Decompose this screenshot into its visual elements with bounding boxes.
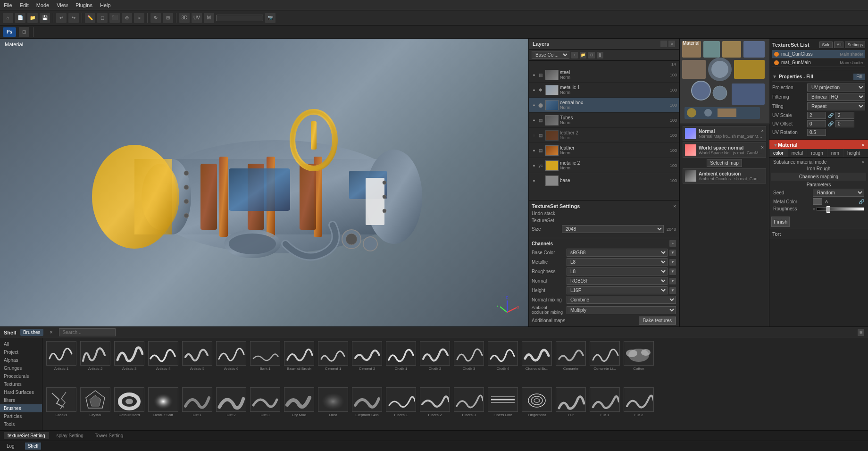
layer-vis-tubes[interactable]: ● — [531, 117, 537, 124]
toolbar-open-icon[interactable]: 📁 — [27, 13, 38, 23]
filtering-select[interactable]: Bilinear | HQ — [807, 93, 865, 101]
all-btn[interactable]: All — [834, 42, 843, 48]
brush-chalk1[interactable]: Chalk 1 — [385, 341, 417, 371]
channel-normalmixing-select[interactable]: Combine — [567, 296, 676, 304]
properties-fill-btn[interactable]: Fill — [853, 74, 865, 80]
brush-fur1[interactable]: Fur 1 — [589, 387, 621, 417]
toolbar-mat-icon[interactable]: M — [204, 13, 214, 23]
layers-delete-btn[interactable]: 🗑 — [597, 52, 603, 58]
layers-minimize-btn[interactable]: _ — [660, 41, 667, 47]
toolbar-erase-icon[interactable]: ◻ — [97, 13, 108, 23]
shelf-sidebar-tools[interactable]: Tools — [0, 420, 42, 428]
brush-fur[interactable]: Fur — [555, 387, 587, 417]
brush-dirt3[interactable]: Dirt 3 — [249, 387, 281, 417]
shelf-sidebar-hardsurfaces[interactable]: Hard Surfaces — [0, 388, 42, 396]
map-close-normal[interactable]: × — [761, 128, 764, 134]
brush-chalk3[interactable]: Chalk 3 — [453, 341, 485, 371]
shelf-sidebar-procedurals[interactable]: Procedurals — [0, 372, 42, 380]
map-item-ao[interactable]: Ambient occlusion Ambient Occulus...sh m… — [683, 168, 766, 184]
channel-metallic-more-btn[interactable]: ▼ — [669, 259, 676, 266]
map-item-worldnormal[interactable]: World space normal World Space No...js m… — [683, 142, 766, 158]
shelf-search-input[interactable] — [59, 328, 116, 336]
secondary-tool-icon[interactable]: ⊡ — [19, 27, 29, 37]
brush-cement2[interactable]: Cement 2 — [351, 341, 383, 371]
channel-height-select[interactable]: L16F — [567, 286, 668, 294]
layer-item-tubes[interactable]: ● ▤ Tubes Norm 100 — [529, 113, 679, 128]
viewport-main[interactable]: Material — [0, 39, 528, 326]
menu-item-help[interactable]: Help — [100, 2, 111, 8]
ts-item-gunglass[interactable]: mat_GunGlass Main shader — [772, 50, 865, 58]
channel-normal-select[interactable]: RGB16F — [567, 277, 668, 285]
mat-tab-nrm[interactable]: nrm — [827, 149, 843, 157]
layer-item-leather[interactable]: ● ▤ leather Norm 100 — [529, 143, 679, 158]
channel-metallic-select[interactable]: L8 — [567, 258, 668, 266]
textureset-close-btn[interactable]: × — [673, 204, 676, 209]
uvscale-y-input[interactable] — [835, 112, 854, 119]
channel-roughness-select[interactable]: L8 — [567, 267, 668, 276]
layer-vis-leather[interactable]: ● — [531, 147, 537, 154]
mini-viewport[interactable]: Material — [680, 39, 769, 124]
metalcolor-swatch[interactable] — [813, 198, 822, 205]
toolbar-clone-icon[interactable]: ⊕ — [122, 13, 132, 23]
toolbar-3d-icon[interactable]: 3D — [179, 13, 190, 23]
brush-defaulthard[interactable]: Default Hard — [113, 387, 145, 417]
brush-fibers3[interactable]: Fibers 3 — [453, 387, 485, 417]
menu-item-mode[interactable]: Mode — [36, 2, 50, 8]
layer-vis-base[interactable]: ● — [531, 177, 537, 184]
layer-vis-metallic1[interactable]: ● — [531, 87, 537, 93]
toolbar-paint-icon[interactable]: ✏️ — [85, 13, 95, 23]
toolbar-scale-icon[interactable]: ⊞ — [163, 13, 173, 23]
mat-tab-color[interactable]: color — [769, 149, 788, 157]
bottom-tab-textureset[interactable]: textureSet Setting — [4, 432, 49, 439]
toolbar-home-icon[interactable]: ⌂ — [3, 13, 13, 23]
mat-tab-rough[interactable]: rough — [807, 149, 827, 157]
uvrotation-input[interactable] — [807, 129, 826, 136]
brush-artistic6[interactable]: Artistic 6 — [215, 341, 247, 371]
layer-item-leather2[interactable]: ○ ▤ leather 2 Norm 100 — [529, 128, 679, 143]
brush-defaultsoft[interactable]: Default Soft — [147, 387, 179, 417]
properties-collapse-btn[interactable]: ▼ — [772, 74, 777, 79]
map-item-normal[interactable]: Normal Normal Map fro...sh mat_GunMain × — [683, 126, 766, 141]
brush-chalk2[interactable]: Chalk 2 — [419, 341, 451, 371]
projection-select[interactable]: UV projection — [807, 84, 865, 92]
shelf-sidebar-grunges[interactable]: Grunges — [0, 364, 42, 372]
brush-crystal[interactable]: Crystal — [79, 387, 111, 417]
channel-roughness-more-btn[interactable]: ▼ — [669, 268, 676, 275]
brush-cotton[interactable]: Cotton — [623, 341, 655, 371]
uvoffset-y-input[interactable] — [835, 120, 854, 127]
shelf-sidebar-brushes[interactable]: Brushes — [0, 404, 42, 412]
channel-ao-select[interactable]: Multiply — [567, 306, 676, 314]
layer-vis-steel[interactable]: ● — [531, 72, 537, 78]
layer-vis-metallic2[interactable]: ● — [531, 162, 537, 169]
viewport-3d[interactable]: X Y Z — [0, 39, 528, 326]
menu-item-file[interactable]: File — [4, 2, 12, 8]
toolbar-fill-icon[interactable]: ⬛ — [109, 13, 120, 23]
mat-tab-metal[interactable]: metal — [788, 149, 807, 157]
ts-item-gunmain[interactable]: mat_GunMain Main shader — [772, 58, 865, 67]
toolbar-save-icon[interactable]: 💾 — [40, 13, 50, 23]
tiling-select[interactable]: Repeat — [807, 102, 865, 110]
brush-artistic4[interactable]: Artistic 4 — [147, 341, 179, 371]
select-id-map-btn[interactable]: Select id map — [707, 159, 742, 167]
brush-elephantskin[interactable]: Elephant Skin — [351, 387, 383, 417]
toolbar-new-icon[interactable]: 📄 — [15, 13, 25, 23]
shelf-sidebar-filters[interactable]: filters — [0, 396, 42, 404]
brush-dust[interactable]: Dust — [317, 387, 349, 417]
menu-item-plugins[interactable]: Plugins — [75, 2, 92, 8]
metalcolor-link-btn[interactable]: 🔗 — [859, 199, 864, 204]
brush-basmati[interactable]: Basmati Brush — [283, 341, 315, 371]
layer-item-steel[interactable]: ● ▤ steel Norm 100 — [529, 67, 679, 83]
brush-drymud[interactable]: Dry Mud — [283, 387, 315, 417]
finish-btn[interactable]: Finish — [771, 217, 790, 227]
substance-mode-close-btn[interactable]: × — [861, 159, 864, 165]
brush-dirt2[interactable]: Dirt 2 — [215, 387, 247, 417]
channel-normal-more-btn[interactable]: ▼ — [669, 278, 676, 284]
layer-item-metallic2[interactable]: ● yc metallic 2 Norm 100 — [529, 158, 679, 173]
channels-add-btn[interactable]: + — [669, 240, 676, 247]
layer-item-metallic1[interactable]: ● ✱ metallic 1 Norm 100 — [529, 83, 679, 98]
brush-artistic2[interactable]: Artistic 2 — [79, 341, 111, 371]
brush-fibers2[interactable]: Fibers 2 — [419, 387, 451, 417]
channel-basecolor-select[interactable]: sRGB8 — [567, 249, 668, 257]
brush-dirt1[interactable]: Dirt 1 — [181, 387, 213, 417]
brush-bark1[interactable]: Bark 1 — [249, 341, 281, 371]
